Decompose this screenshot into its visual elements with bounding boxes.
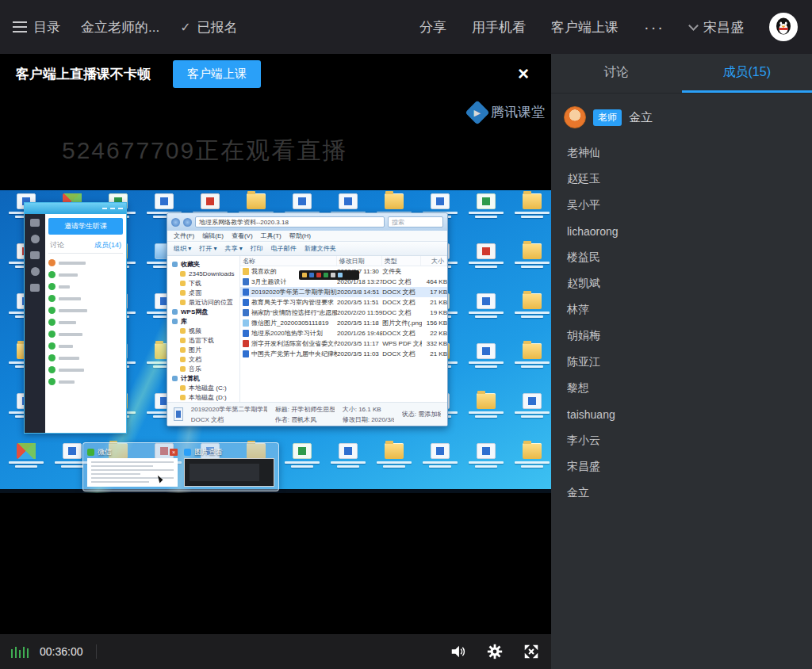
nav-item: 下载 xyxy=(172,278,239,288)
client-member-name xyxy=(59,297,81,300)
desktop-icon xyxy=(373,443,416,468)
taskbar-preview-popup: 微信×图片查看 xyxy=(82,442,279,491)
nav-item: 库 xyxy=(172,316,239,326)
classroom-client-window: 邀请学生听课 讨论 成员(14) xyxy=(24,202,127,434)
player-controls: 00:36:00 xyxy=(0,634,551,669)
preview-header: 图片查看 xyxy=(184,447,274,457)
taskbar-preview: 图片查看 xyxy=(184,447,274,487)
client-member-row xyxy=(48,364,123,376)
file-date: 2020/3/5 11:17 xyxy=(337,340,382,347)
settings-button[interactable] xyxy=(486,643,504,660)
desktop-icon xyxy=(465,443,508,468)
client-promo-banner: 客户端上直播课不卡顿 客户端上课 × xyxy=(0,54,551,94)
close-icon: × xyxy=(170,449,178,456)
client-member-avatar xyxy=(48,307,56,314)
video-stage[interactable]: 邀请学生听课 讨论 成员(14) xyxy=(0,94,551,634)
file-date: 2020/3/8 14:51 xyxy=(337,289,382,296)
shared-desktop-video: 邀请学生听课 讨论 成员(14) xyxy=(0,190,551,493)
desktop-icon xyxy=(465,343,508,368)
file-size: 19 KB xyxy=(422,309,447,316)
desktop-icon xyxy=(281,443,324,468)
forward-icon xyxy=(183,218,192,227)
top-bar: 目录 金立老师的... ✓ 已报名 分享 用手机看 客户端上课 ··· xyxy=(0,0,812,54)
toolbar-item: 打印 xyxy=(251,244,263,253)
sidebar: 讨论成员(15) 老师 金立 老神仙赵廷玉吴小平lichaorong楼益民赵凯斌… xyxy=(551,54,812,669)
taskbar-preview: 微信× xyxy=(87,447,178,487)
catalog-button[interactable]: 目录 xyxy=(13,18,60,36)
tab-讨论[interactable]: 讨论 xyxy=(551,54,682,93)
nav-item: 2345Downloads xyxy=(172,269,239,278)
volume-button[interactable] xyxy=(450,643,467,660)
signal-bars-icon xyxy=(11,645,29,658)
search-input: 搜索 xyxy=(388,216,443,227)
file-date: 2020/1/26 19:48 xyxy=(337,330,382,337)
file-type: DOCX 文档 xyxy=(382,329,422,338)
watch-on-phone-button[interactable]: 用手机看 xyxy=(472,18,526,36)
menu-item: 查看(V) xyxy=(232,231,253,240)
file-row: 浙字开发利活陈富创业省委文件2020/3/5 11:17WPS PDF 文档33… xyxy=(240,338,447,349)
nav-item: 文档 xyxy=(172,354,239,364)
fullscreen-button[interactable] xyxy=(523,643,540,660)
nav-item: 桌面 xyxy=(172,288,239,297)
sidebar-tabs: 讨论成员(15) xyxy=(551,54,812,94)
file-size: 332 KB xyxy=(422,340,447,347)
nav-item: 迅雷下载 xyxy=(172,335,239,345)
nav-item: 视频 xyxy=(172,326,239,335)
back-icon xyxy=(171,218,180,227)
file-date: 2020/3/5 11:03 xyxy=(337,350,382,357)
client-class-banner-button[interactable]: 客户端上课 xyxy=(173,60,261,88)
address-bar: 地理系网络教学资料--2020.3.18 xyxy=(195,216,385,227)
more-menu-button[interactable]: ··· xyxy=(644,18,665,36)
file-row: 地理系2020地热学习计划2020/1/26 19:48DOCX 文档22 KB xyxy=(240,328,447,338)
preview-header: 微信× xyxy=(87,447,178,457)
client-member-row xyxy=(48,269,123,281)
doc-icon xyxy=(174,407,183,421)
share-button[interactable]: 分享 xyxy=(419,18,446,36)
client-member-avatar xyxy=(48,283,56,290)
file-size: 22 KB xyxy=(422,330,447,337)
file-date: 2020/3/5 11:51 xyxy=(337,299,382,306)
viewer-watermark: 524677709正在观看直播 xyxy=(62,135,347,167)
member-item: 老神仙 xyxy=(567,140,812,166)
file-name: 20192020学年第二学期学期初师生思想... xyxy=(240,288,337,296)
client-member-row xyxy=(48,281,123,292)
member-item: 林萍 xyxy=(567,296,812,323)
nav-item: 本地磁盘 (C:) xyxy=(172,383,239,392)
toolbar-item: 打开 ▾ xyxy=(199,244,216,253)
member-item: 金立 xyxy=(567,480,812,506)
nav-item: 计算机 xyxy=(172,373,239,383)
file-size: 156 KB xyxy=(422,319,447,327)
file-type: 文件夹 xyxy=(382,267,422,276)
more-icon: ··· xyxy=(644,18,665,36)
invite-students-button: 邀请学生听课 xyxy=(48,218,123,235)
client-member-name xyxy=(59,357,79,360)
desktop-icon xyxy=(511,443,551,468)
nav-item: 最近访问的位置 xyxy=(172,297,239,307)
gear-icon xyxy=(486,643,504,660)
client-member-row xyxy=(48,328,123,340)
tab-成员(15)[interactable]: 成员(15) xyxy=(682,54,812,93)
desktop-icon xyxy=(5,443,48,468)
client-member-row xyxy=(48,257,123,269)
avatar[interactable] xyxy=(769,13,798,41)
desktop-icon xyxy=(511,393,551,418)
file-row: 福家防“疫情防控选择行”志愿服务...2020/2/20 11:59DOC 文档… xyxy=(240,308,447,318)
client-member-name xyxy=(59,333,82,336)
desktop-icon xyxy=(327,443,370,468)
client-toolbar-rail xyxy=(25,214,45,433)
member-item: 胡娟梅 xyxy=(567,323,812,349)
client-member-row xyxy=(48,376,123,388)
nav-item: WPS网盘 xyxy=(172,307,239,316)
desktop-icon xyxy=(465,243,508,268)
client-member-row xyxy=(48,292,123,304)
menu-item: 工具(T) xyxy=(261,231,282,240)
file-row: 20192020学年第二学期学期初师生思想...2020/3/8 14:51DO… xyxy=(240,287,447,297)
member-list[interactable]: 老神仙赵廷玉吴小平lichaorong楼益民赵凯斌林萍胡娟梅陈亚江黎想taish… xyxy=(551,136,812,669)
client-class-button[interactable]: 客户端上课 xyxy=(551,18,619,36)
teacher-name: 金立 xyxy=(629,110,653,125)
user-menu[interactable]: 宋昌盛 xyxy=(690,18,744,36)
close-icon[interactable]: × xyxy=(511,64,535,83)
app-icon xyxy=(184,449,191,456)
check-icon: ✓ xyxy=(180,20,190,35)
toolbar-item: 组织 ▾ xyxy=(174,244,191,253)
